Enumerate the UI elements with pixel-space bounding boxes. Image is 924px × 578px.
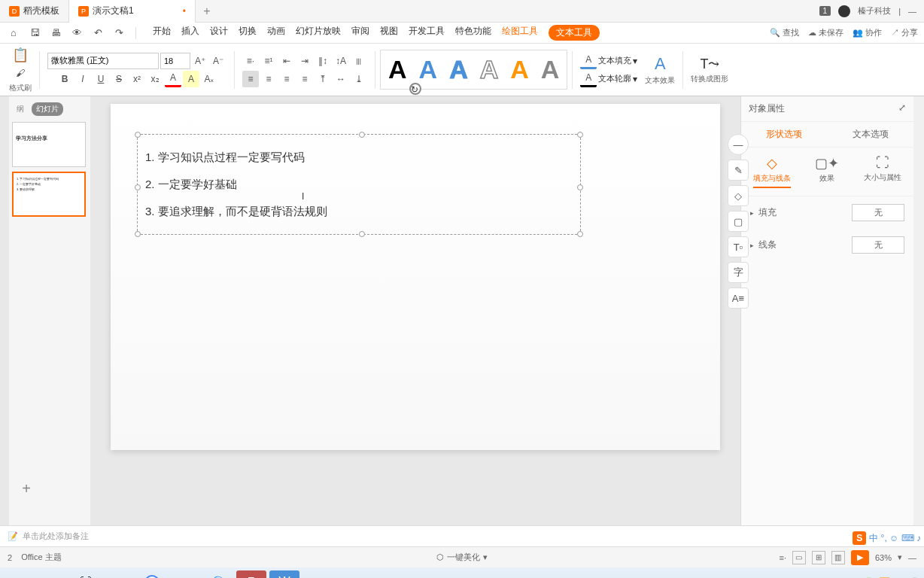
resize-handle-se[interactable]	[577, 231, 583, 237]
superscript-button[interactable]: x²	[129, 71, 145, 87]
menu-devtools[interactable]: 开发工具	[409, 25, 445, 41]
bold-button[interactable]: B	[56, 71, 73, 87]
menu-review[interactable]: 审阅	[351, 25, 369, 41]
task-view-button[interactable]: ⛶	[71, 570, 101, 578]
zoom-level[interactable]: 63%	[875, 553, 892, 562]
line-select[interactable]: 无	[852, 236, 904, 254]
menu-text-tools[interactable]: 文本工具	[549, 25, 600, 41]
align-right-button[interactable]: ≡	[278, 71, 295, 87]
wps-icon[interactable]: W	[269, 570, 299, 578]
fill-select[interactable]: 无	[852, 204, 904, 221]
align-middle-button[interactable]: ↔	[333, 71, 349, 87]
menu-animation[interactable]: 动画	[267, 25, 285, 41]
expand-icon[interactable]: ▸	[750, 242, 754, 249]
columns-button[interactable]: ⫼	[351, 53, 367, 69]
wordart-style-5[interactable]: A	[504, 52, 535, 87]
sorter-view-button[interactable]: ⊞	[812, 551, 825, 564]
resize-handle-nw[interactable]	[135, 132, 141, 138]
tab-document[interactable]: P 演示文稿1 •	[69, 0, 196, 23]
shape-options-tab[interactable]: 形状选项	[741, 122, 828, 147]
align-left-button[interactable]: ≡	[242, 71, 259, 87]
wordart-style-3[interactable]: A	[443, 52, 474, 87]
increase-indent-button[interactable]: ⇥	[296, 53, 313, 69]
increase-font-icon[interactable]: A⁺	[192, 53, 208, 69]
slide-thumbnail-2[interactable]: 1. 学习知识点过程一定要写代码2. 一定要学好基础3. 要追求理解	[12, 172, 86, 217]
pen-tool-icon[interactable]: ✎	[728, 160, 749, 181]
menu-insert[interactable]: 插入	[181, 25, 199, 41]
dropdown-icon[interactable]: ▾	[633, 56, 637, 66]
font-color-button[interactable]: A	[165, 71, 181, 87]
notification-badge[interactable]: 1	[819, 6, 831, 16]
italic-button[interactable]: I	[74, 71, 91, 87]
left-collapsed-bar[interactable]	[0, 96, 9, 525]
resize-handle-sw[interactable]	[135, 231, 141, 237]
resize-handle-s[interactable]	[359, 231, 365, 237]
align-center-button[interactable]: ≡	[260, 71, 277, 87]
zoom-out-button[interactable]: —	[908, 553, 916, 562]
start-button[interactable]: ⊞	[5, 570, 35, 578]
tab-templates[interactable]: D 稻壳模板	[0, 0, 69, 23]
notes-placeholder[interactable]: 单击此处添加备注	[23, 531, 89, 542]
print-icon[interactable]: 🖶	[48, 26, 63, 41]
paragraph-tool-icon[interactable]: A≡	[728, 287, 749, 309]
paste-icon[interactable]: 📋	[12, 47, 29, 63]
resize-handle-e[interactable]	[577, 184, 583, 190]
line-row[interactable]: ▸ 线条 无	[741, 229, 913, 261]
menu-start[interactable]: 开始	[153, 25, 171, 41]
undo-icon[interactable]: ↶	[90, 26, 105, 41]
align-top-button[interactable]: ⤒	[315, 71, 331, 87]
numbering-button[interactable]: ≡¹	[260, 53, 277, 69]
search-button[interactable]: 🔍 查找	[770, 27, 799, 38]
decrease-indent-button[interactable]: ⇤	[278, 53, 295, 69]
minimize-icon[interactable]: —	[908, 7, 916, 16]
outline-tab[interactable]: 纲	[12, 102, 29, 116]
resize-handle-w[interactable]	[135, 184, 141, 190]
menu-icon[interactable]: ≡·	[779, 553, 786, 562]
justify-button[interactable]: ≡	[296, 71, 313, 87]
ime-logo[interactable]: S	[853, 531, 866, 545]
text-fill-icon[interactable]: A	[580, 53, 597, 69]
slide[interactable]: ↻ 1. 学习知识点过程一定要写代码 2. 一定要学好基础 3. 要追求理解，而…	[111, 104, 720, 450]
wordart-gallery[interactable]: A A A A A A	[380, 50, 567, 90]
zoom-dropdown-icon[interactable]: ▾	[898, 552, 902, 562]
beautify-icon[interactable]: ⬡	[436, 552, 444, 562]
slide-canvas[interactable]: ↻ 1. 学习知识点过程一定要写代码 2. 一定要学好基础 3. 要追求理解，而…	[90, 96, 740, 525]
add-slide-button[interactable]: +	[15, 480, 38, 503]
list-item-3[interactable]: 3. 要追求理解，而不是硬背语法规则	[145, 198, 573, 225]
list-item-2[interactable]: 2. 一定要学好基础	[145, 171, 573, 198]
right-sidebar-collapsed[interactable]	[913, 96, 924, 525]
text-fill-label[interactable]: 文本填充	[598, 55, 631, 66]
slideshow-button[interactable]: ▶	[851, 550, 869, 565]
fill-tool-icon[interactable]: ◇	[728, 185, 749, 206]
size-props-subtab[interactable]: ⛶ 大小与属性	[864, 155, 901, 188]
line-spacing-button[interactable]: ‖↕	[315, 53, 331, 69]
resize-handle-ne[interactable]	[577, 132, 583, 138]
decrease-font-icon[interactable]: A⁻	[210, 53, 226, 69]
wordart-style-2[interactable]: A	[413, 52, 444, 87]
reading-view-button[interactable]: ▥	[831, 551, 845, 564]
outline-tool-icon[interactable]: ▢	[728, 211, 749, 232]
menu-drawing-tools[interactable]: 绘图工具	[502, 25, 538, 41]
menu-slideshow[interactable]: 幻灯片放映	[296, 25, 341, 41]
convert-group[interactable]: T⤳ 转换成图形	[688, 56, 731, 84]
wordart-style-6[interactable]: A	[535, 52, 566, 87]
expand-icon[interactable]: ▸	[750, 209, 754, 217]
menu-view[interactable]: 视图	[380, 25, 398, 41]
list-item-1[interactable]: 1. 学习知识点过程一定要写代码	[145, 144, 573, 171]
search-button[interactable]: ○	[38, 570, 68, 578]
text-tool-icon[interactable]: T▫	[728, 236, 749, 257]
beautify-button[interactable]: 一键美化	[447, 552, 480, 563]
theme-name[interactable]: Office 主题	[21, 552, 62, 563]
slides-tab[interactable]: 幻灯片	[32, 102, 63, 116]
pin-icon[interactable]: ⤢	[898, 102, 906, 115]
resize-handle-n[interactable]	[359, 132, 365, 138]
format-painter-icon[interactable]: 🖌	[12, 65, 29, 81]
menu-features[interactable]: 特色功能	[455, 25, 491, 41]
fill-line-subtab[interactable]: ◇ 填充与线条	[753, 155, 791, 188]
chrome-icon[interactable]	[137, 570, 167, 578]
collab-button[interactable]: 👥 协作	[853, 27, 882, 38]
menu-design[interactable]: 设计	[210, 25, 228, 41]
unsaved-indicator[interactable]: ☁ 未保存	[808, 27, 843, 38]
bullets-button[interactable]: ≡·	[242, 53, 259, 69]
text-outline-label[interactable]: 文本轮廓	[598, 73, 631, 84]
